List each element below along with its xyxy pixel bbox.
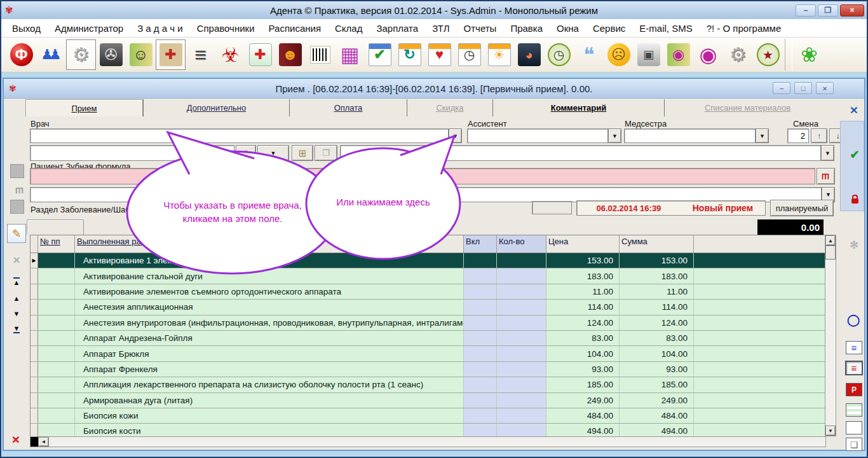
emoji-finder-icon[interactable]: ☻	[275, 39, 305, 70]
scroll-left-icon[interactable]: ◄	[38, 437, 49, 447]
price-column-header[interactable]: Цена	[546, 235, 620, 253]
list-blue-icon[interactable]: ≡	[846, 341, 862, 354]
menu-item[interactable]: Зарплата	[369, 23, 425, 34]
vertical-scroll-thumb[interactable]	[825, 246, 836, 260]
doctor-field[interactable]	[30, 128, 449, 143]
icq-flower-icon[interactable]: ❀	[794, 39, 824, 70]
Анестезия внутриротовая (инфильтрационная, проводниковая, внутрипульпарная, интралигаментарная)[interactable]: Анестезия внутриротовая (инфильтрационна…	[31, 316, 825, 331]
sum-column-header[interactable]: Сумма	[620, 235, 694, 253]
close-button[interactable]: ×	[840, 4, 864, 17]
gear-icon[interactable]: ⚙	[723, 39, 753, 70]
scroll-down-icon[interactable]: ▼	[825, 426, 836, 436]
menu-item[interactable]: Выход	[5, 23, 48, 34]
doctor-dropdown-icon[interactable]: ▼	[449, 128, 462, 143]
surprised-emoji-icon[interactable]: ☹	[604, 39, 634, 70]
eye-icon[interactable]: ◉	[693, 39, 723, 70]
close-detail-icon[interactable]: ×	[846, 103, 862, 117]
calendar-sync-icon[interactable]: ↻	[395, 39, 424, 70]
Активирование 1 элемента Эджуа[interactable]: ▶ Активирование 1 элемента Эджуа 153.00 …	[31, 253, 825, 268]
calendar-heart-icon[interactable]: ♥	[424, 39, 454, 70]
eye-finder-icon[interactable]: ◉	[663, 39, 693, 70]
finder-icon[interactable]: ☺	[126, 39, 156, 70]
toolbar-separator[interactable]	[785, 39, 792, 71]
ring-icon[interactable]: ◯	[846, 313, 861, 327]
tab-oplata[interactable]: Оплата	[289, 99, 407, 116]
nav-last-icon[interactable]: ▼	[10, 322, 24, 336]
slot-a-button[interactable]	[10, 164, 24, 178]
work-column-header[interactable]: Выполненная работа	[75, 235, 464, 253]
inner-maximize-button[interactable]: □	[794, 82, 812, 94]
calendar-check-icon[interactable]: ✔	[365, 39, 395, 70]
menu-item[interactable]: ЗТЛ	[425, 23, 456, 34]
tools-icon[interactable]: ⚙	[66, 39, 96, 70]
doctor-combo[interactable]: ▼	[30, 128, 462, 143]
assistant-field[interactable]	[467, 128, 608, 143]
menu-item[interactable]: Расписания	[262, 23, 328, 34]
Активирование стальной дуги[interactable]: Активирование стальной дуги 183.00 183.0…	[31, 268, 825, 284]
alarm-clock-icon[interactable]: ◷	[544, 39, 574, 70]
patient-extra-field[interactable]	[340, 145, 821, 161]
medcard-icon[interactable]: ✚	[156, 39, 186, 70]
tab-dopolnitelno[interactable]: Дополнительно	[143, 99, 289, 116]
patient-extra-dropdown-icon[interactable]: ▼	[821, 145, 834, 161]
menu-item[interactable]: З а д а ч и	[130, 23, 190, 34]
power-icon[interactable]: Φ	[6, 39, 36, 70]
firstaid-icon[interactable]: ✚	[245, 39, 275, 70]
edit-record-icon[interactable]: ✎	[7, 224, 26, 243]
calendar-clock-icon[interactable]: ◷	[454, 39, 484, 70]
nav-down-icon[interactable]: ▼	[10, 307, 24, 321]
biohazard-icon[interactable]: ☣	[215, 39, 245, 70]
nurse-dropdown-icon[interactable]: ▼	[756, 128, 769, 143]
clipboard-button[interactable]: ❐	[315, 145, 337, 161]
patient-eye-button[interactable]: ◉	[236, 145, 256, 161]
camera-icon[interactable]: ▣	[634, 39, 663, 70]
Аппарат Брюкля[interactable]: Аппарат Брюкля 104.00 104.00	[31, 346, 825, 361]
tooth-formula-field[interactable]	[30, 168, 815, 184]
list-red-icon[interactable]: ≡	[846, 361, 862, 375]
menu-item[interactable]: Окна	[550, 23, 586, 34]
menu-item[interactable]: Правка	[503, 23, 550, 34]
tab-kommentariy[interactable]: Комментарий	[492, 99, 664, 116]
patient-field[interactable]	[30, 145, 234, 161]
vertical-scrollbar[interactable]: ▲ ▼	[825, 235, 836, 436]
Армированная дуга (литая)[interactable]: Армированная дуга (литая) 249.00 249.00	[31, 393, 825, 408]
tooth-fairy-icon[interactable]: ✻	[846, 238, 862, 252]
qty-column-header[interactable]: Кол-во	[497, 235, 546, 253]
menu-item[interactable]: E-mail, SMS	[632, 23, 699, 34]
nav-up-icon[interactable]: ▲	[10, 291, 24, 305]
planned-button[interactable]: планируемый	[770, 200, 834, 216]
delete-cross-icon[interactable]: ×	[10, 253, 24, 267]
menu-item[interactable]: ?! - О программе	[700, 23, 789, 34]
Аппарат Френкеля[interactable]: Аппарат Френкеля 93.00 93.00	[31, 362, 825, 377]
tv-icon[interactable]: ◕	[514, 39, 544, 70]
horizontal-scroll-track[interactable]	[49, 437, 825, 447]
menu-item[interactable]: Справочники	[190, 23, 262, 34]
assistant-dropdown-icon[interactable]: ▼	[608, 128, 621, 143]
alarm-star-icon[interactable]: ★	[753, 39, 783, 70]
menu-item[interactable]: Склад	[328, 23, 369, 34]
confirm-icon[interactable]: ✔	[847, 148, 862, 162]
restore-button[interactable]: ❐	[818, 4, 838, 17]
inner-close-button[interactable]: ×	[816, 82, 834, 94]
Аппликация лекарственного препарата на слизистую оболочку полости рта (1 сеанс)[interactable]: Аппликация лекарственного препарата на с…	[31, 377, 825, 392]
Биопсия кожи[interactable]: Биопсия кожи 484.00 484.00	[31, 408, 825, 424]
lock-icon[interactable]	[847, 192, 862, 206]
shift-value-field[interactable]: 2	[787, 128, 809, 143]
tab-skidka[interactable]: Скидка	[407, 99, 492, 116]
minimize-button[interactable]: –	[796, 4, 816, 17]
chat-icon[interactable]: ❝	[574, 39, 604, 70]
nurse-combo[interactable]: ▼	[624, 128, 769, 143]
cancel-cross-icon[interactable]: ×	[9, 433, 23, 447]
num-column-header[interactable]: № пп	[38, 235, 75, 253]
bottom-tab-stub[interactable]	[27, 219, 84, 235]
Активирование элементов съемного ортодонтического аппарата[interactable]: Активирование элементов съемного ортодон…	[31, 284, 825, 300]
rows-icon[interactable]	[846, 403, 862, 417]
price-list-icon[interactable]: P	[846, 383, 862, 396]
add-card-button[interactable]: ⊞	[292, 145, 313, 161]
barcode-icon[interactable]	[305, 39, 335, 70]
Аппарат Андрезена-Гойпля[interactable]: Аппарат Андрезена-Гойпля 83.00 83.00	[31, 331, 825, 346]
tooth-formula-button[interactable]: Ш	[817, 168, 835, 184]
schedule-grid-icon[interactable]: ▦	[335, 39, 365, 70]
menu-item[interactable]: Администратор	[48, 23, 130, 34]
blank-page-icon[interactable]	[846, 421, 862, 434]
